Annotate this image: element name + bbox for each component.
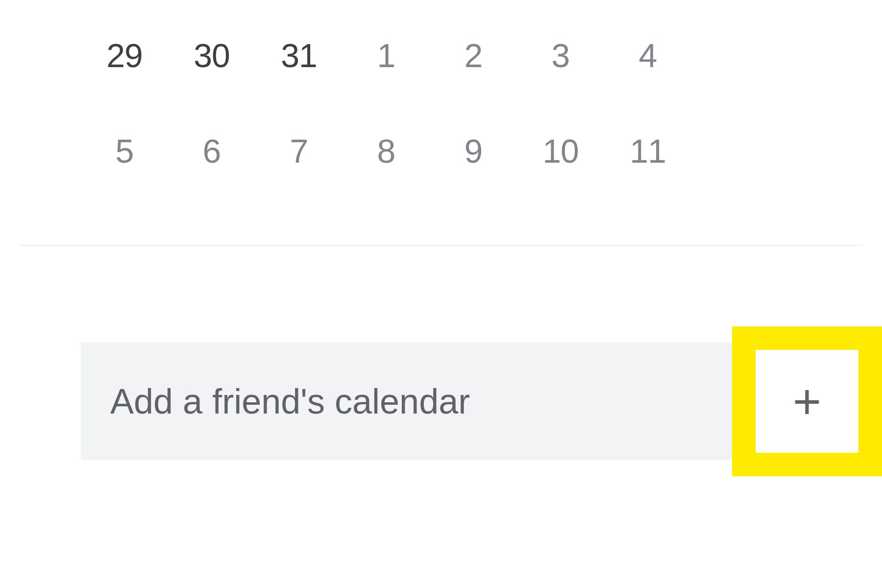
day-number: 10 xyxy=(542,132,579,170)
day-number: 8 xyxy=(377,132,395,170)
calendar-day-cell[interactable]: 1 xyxy=(343,24,430,120)
day-number: 1 xyxy=(377,36,395,74)
calendar-day-cell[interactable]: 2 xyxy=(430,24,517,120)
day-number: 7 xyxy=(290,132,308,170)
day-number: 3 xyxy=(552,36,570,74)
calendar-day-cell[interactable]: 8 xyxy=(343,120,430,216)
calendar-day-cell[interactable]: 5 xyxy=(81,120,168,216)
calendar-day-cell[interactable]: 30 xyxy=(168,24,255,120)
add-button-highlight: + xyxy=(732,326,882,476)
day-number: 11 xyxy=(630,132,666,170)
day-number: 2 xyxy=(465,36,483,74)
day-number: 29 xyxy=(106,36,143,74)
day-number: 5 xyxy=(116,132,134,170)
calendar-day-cell[interactable]: 3 xyxy=(517,24,604,120)
calendar-day-cell[interactable]: 31 xyxy=(255,24,343,120)
calendar-day-cell[interactable]: 7 xyxy=(255,120,343,216)
mini-calendar: 29 30 31 1 2 3 4 5 6 7 8 xyxy=(0,0,882,216)
add-calendar-section: + xyxy=(0,326,882,476)
section-divider xyxy=(20,245,862,245)
day-number: 6 xyxy=(203,132,221,170)
add-calendar-button[interactable]: + xyxy=(756,350,858,453)
calendar-row: 29 30 31 1 2 3 4 xyxy=(0,24,882,120)
calendar-day-cell[interactable]: 4 xyxy=(604,24,691,120)
day-number: 30 xyxy=(194,36,230,74)
calendar-day-cell[interactable]: 11 xyxy=(604,120,691,216)
day-number: 9 xyxy=(465,132,483,170)
day-number: 31 xyxy=(281,36,317,74)
calendar-row: 5 6 7 8 9 10 11 xyxy=(0,120,882,216)
calendar-day-cell[interactable]: 6 xyxy=(168,120,255,216)
calendar-day-cell[interactable]: 10 xyxy=(517,120,604,216)
calendar-day-cell[interactable]: 29 xyxy=(81,24,168,120)
calendar-day-cell[interactable]: 9 xyxy=(430,120,517,216)
day-number: 4 xyxy=(639,36,657,74)
plus-icon: + xyxy=(793,377,821,426)
add-friend-calendar-input[interactable] xyxy=(81,343,732,460)
